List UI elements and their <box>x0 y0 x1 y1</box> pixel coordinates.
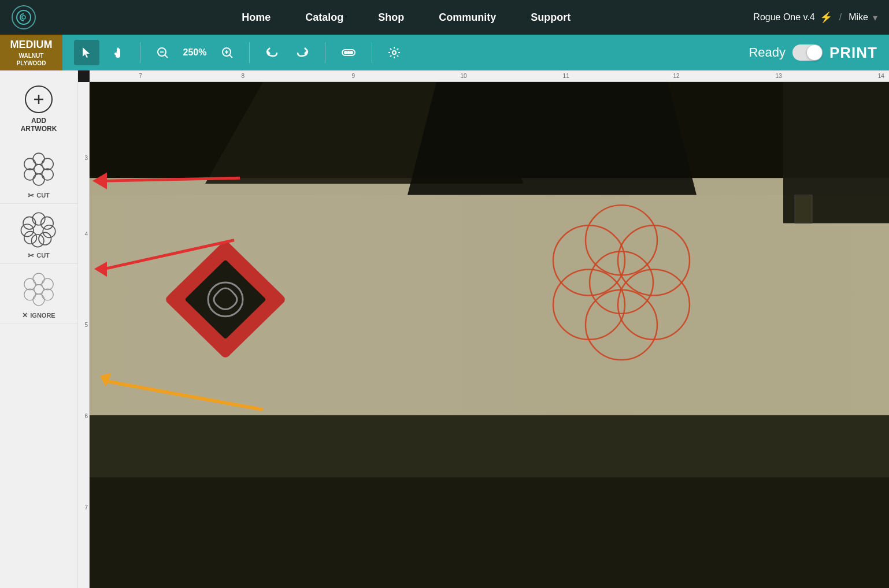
zoom-percentage: 250% <box>181 47 209 58</box>
add-artwork-circle <box>25 85 53 113</box>
ruler-h-10: 10 <box>460 73 466 79</box>
flower-icon-2 <box>18 269 60 310</box>
nav-user-section: Rogue One v.4 ⚡ / Mike ▾ <box>753 11 877 24</box>
horizontal-ruler: 7 8 9 10 11 12 13 14 <box>90 70 889 82</box>
ruler-v-5: 5 <box>84 322 88 328</box>
svg-point-34 <box>33 294 45 306</box>
ruler-h-14: 14 <box>878 73 884 79</box>
svg-point-11 <box>347 51 350 54</box>
svg-point-27 <box>31 235 44 247</box>
svg-point-24 <box>41 217 54 229</box>
material-name2: PLYWOOD <box>17 59 46 67</box>
redo-button[interactable] <box>290 40 316 65</box>
nav-divider: / <box>839 12 842 23</box>
ready-section: Ready PRINT <box>749 44 877 62</box>
zoom-in-button[interactable] <box>214 40 240 65</box>
scissors-icon-2: ✂ <box>28 251 34 260</box>
svg-point-25 <box>43 225 55 238</box>
more-options-button[interactable] <box>335 40 362 65</box>
svg-point-0 <box>17 10 31 24</box>
app-logo[interactable] <box>12 5 36 29</box>
item-2-label: CUT <box>36 252 50 259</box>
material-size: Medium <box>10 38 53 51</box>
ruler-v-7: 7 <box>84 504 88 510</box>
artwork-item-3[interactable]: ✕ IGNORE <box>0 264 77 323</box>
nav-support[interactable]: Support <box>531 12 571 24</box>
username-label: Mike <box>849 12 868 23</box>
main-area: ADDARTWORK ✂ CUT <box>0 70 889 588</box>
flower-icon-1 <box>18 148 60 190</box>
add-artwork-label: ADDARTWORK <box>21 117 57 133</box>
vertical-ruler: 3 4 5 6 7 <box>78 82 90 588</box>
nav-home[interactable]: Home <box>242 12 271 24</box>
nav-shop[interactable]: Shop <box>378 12 404 24</box>
ruler-h-12: 12 <box>673 73 679 79</box>
toolbar-divider-1 <box>140 42 140 63</box>
top-navigation: Home Catalog Shop Community Support Rogu… <box>0 0 889 35</box>
svg-point-26 <box>39 232 51 245</box>
item-3-action: ✕ IGNORE <box>22 311 55 319</box>
ready-label: Ready <box>749 45 786 60</box>
ready-toggle[interactable] <box>792 44 823 61</box>
print-button[interactable]: PRINT <box>829 44 877 62</box>
svg-point-13 <box>392 51 396 54</box>
ruler-h-11: 11 <box>563 73 569 79</box>
left-panel: ADDARTWORK ✂ CUT <box>0 70 78 588</box>
svg-rect-41 <box>90 477 889 588</box>
svg-point-12 <box>350 51 353 54</box>
ruler-h-8: 8 <box>242 73 245 79</box>
material-label[interactable]: Medium WALNUT PLYWOOD <box>0 35 62 70</box>
artwork-item-1[interactable]: ✂ CUT <box>0 144 77 204</box>
ruler-h-9: 9 <box>351 73 355 79</box>
svg-line-8 <box>229 55 232 58</box>
pan-tool-button[interactable] <box>105 40 131 65</box>
svg-point-16 <box>33 153 45 165</box>
svg-line-4 <box>165 55 168 58</box>
svg-point-37 <box>34 285 43 294</box>
nav-community[interactable]: Community <box>439 12 496 24</box>
x-icon-1: ✕ <box>22 311 28 319</box>
toolbar: Medium WALNUT PLYWOOD 250% <box>0 35 889 70</box>
svg-point-10 <box>345 51 347 54</box>
user-version: Rogue One v.4 <box>753 12 814 23</box>
blob-icon-1 <box>18 209 60 250</box>
user-dropdown-arrow[interactable]: ▾ <box>873 12 877 23</box>
ruler-v-6: 6 <box>84 413 88 419</box>
svg-rect-46 <box>795 195 812 224</box>
nav-links: Home Catalog Shop Community Support <box>59 12 753 24</box>
add-artwork-button[interactable]: ADDARTWORK <box>15 80 63 139</box>
svg-point-28 <box>24 231 37 244</box>
svg-point-29 <box>21 224 34 237</box>
item-1-label: CUT <box>36 192 50 199</box>
toolbar-divider-2 <box>249 42 250 63</box>
ruler-h-7: 7 <box>139 73 142 79</box>
canvas-area[interactable]: 7 8 9 10 11 12 13 14 3 4 5 6 7 <box>78 70 889 588</box>
toggle-knob <box>807 45 822 60</box>
svg-point-22 <box>34 165 43 174</box>
toolbar-divider-3 <box>325 42 325 63</box>
material-photo <box>90 82 889 588</box>
svg-point-31 <box>33 273 45 285</box>
artwork-item-2[interactable]: ✂ CUT <box>0 204 77 264</box>
item-2-action: ✂ CUT <box>28 251 50 260</box>
scissors-icon-1: ✂ <box>28 191 34 200</box>
toolbar-divider-4 <box>372 42 372 63</box>
ruler-v-4: 4 <box>84 230 88 237</box>
select-tool-button[interactable] <box>74 40 99 65</box>
ruler-h-13: 13 <box>776 73 782 79</box>
svg-point-1 <box>22 16 25 19</box>
zoom-out-button[interactable] <box>150 40 175 65</box>
material-name1: WALNUT <box>19 52 44 59</box>
ruler-v-3: 3 <box>84 155 88 161</box>
svg-marker-44 <box>408 82 697 195</box>
nav-catalog[interactable]: Catalog <box>305 12 343 24</box>
item-3-label: IGNORE <box>30 312 55 319</box>
svg-point-19 <box>33 174 45 185</box>
undo-button[interactable] <box>259 40 284 65</box>
bolt-icon: ⚡ <box>820 11 832 24</box>
canvas-background <box>90 82 889 588</box>
settings-button[interactable] <box>381 40 407 65</box>
item-1-action: ✂ CUT <box>28 191 50 200</box>
